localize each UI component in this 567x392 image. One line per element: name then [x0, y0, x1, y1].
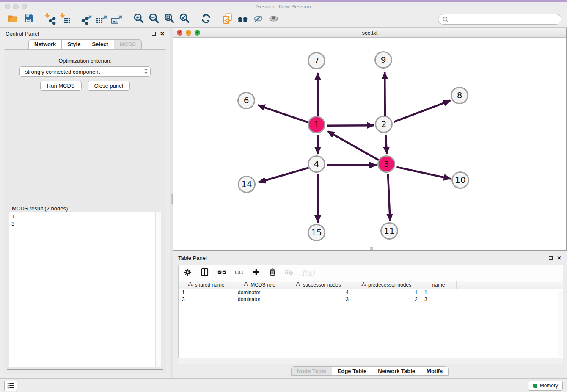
- graph-node-8[interactable]: 8: [451, 87, 468, 104]
- main-toolbar: [0, 11, 567, 28]
- close-panel-icon[interactable]: ✕: [160, 31, 165, 36]
- control-panel-title: Control Panel: [6, 30, 39, 37]
- zoom-out-icon: [149, 13, 160, 26]
- toolbar-divider: [76, 14, 76, 25]
- zoom-out-button[interactable]: [146, 13, 162, 26]
- divider-handle-icon[interactable]: [171, 194, 173, 204]
- export-table-button[interactable]: [94, 13, 110, 26]
- delete-table-button: [285, 269, 293, 277]
- tab-style[interactable]: Style: [61, 39, 86, 49]
- search-box[interactable]: [438, 14, 561, 25]
- edge-3-10[interactable]: [396, 167, 451, 179]
- deselect-all-button[interactable]: [235, 269, 244, 277]
- graph-node-1[interactable]: 1: [308, 116, 325, 133]
- hide-panel-button[interactable]: [250, 13, 266, 26]
- column-header-MCDS-role[interactable]: MCDS role: [234, 281, 285, 289]
- tab-network-table[interactable]: Network Table: [372, 366, 421, 376]
- edge-3-1[interactable]: [328, 131, 380, 160]
- clone-network-button[interactable]: [220, 13, 235, 26]
- task-history-button[interactable]: [4, 381, 17, 391]
- status-bar: Memory: [0, 378, 567, 392]
- save-session-button[interactable]: [21, 13, 36, 26]
- open-session-button[interactable]: [6, 13, 21, 26]
- show-panel-button[interactable]: [266, 13, 281, 26]
- shared-column-icon: [296, 282, 300, 288]
- panel-divider[interactable]: [170, 28, 173, 378]
- memory-button[interactable]: Memory: [528, 381, 563, 391]
- network-canvas[interactable]: 7968124314101511: [173, 38, 566, 250]
- graph-node-4[interactable]: 4: [308, 155, 325, 173]
- edge-1-2[interactable]: [327, 125, 374, 126]
- graph-node-14[interactable]: 14: [238, 176, 256, 193]
- home-button[interactable]: [235, 13, 250, 26]
- tab-node-table[interactable]: Node Table: [291, 366, 332, 376]
- shared-column-icon: [188, 282, 193, 288]
- edge-2-3[interactable]: [385, 135, 387, 154]
- toolbar-divider: [217, 14, 217, 25]
- dropdown-stepper-icon: [143, 67, 149, 76]
- zoom-selected-button[interactable]: [177, 13, 192, 26]
- delete-button[interactable]: [269, 268, 276, 278]
- session-title: Session: New Session: [0, 3, 567, 10]
- column-header-predecessor-nodes[interactable]: predecessor nodes: [352, 281, 421, 289]
- table-header-row: shared nameMCDS rolesuccessor nodesprede…: [179, 281, 563, 289]
- network-window-titlebar: ✕ − + scc.txt: [173, 28, 566, 38]
- close-table-panel-icon[interactable]: ✕: [557, 255, 561, 261]
- column-header-shared-name[interactable]: shared name: [179, 281, 234, 289]
- graph-node-10[interactable]: 10: [451, 171, 469, 189]
- tab-motifs[interactable]: Motifs: [421, 366, 449, 376]
- graph-node-6[interactable]: 6: [237, 92, 255, 109]
- float-table-panel-icon[interactable]: [549, 256, 553, 260]
- show-panel-icon: [268, 14, 279, 25]
- tab-select[interactable]: Select: [86, 39, 114, 49]
- search-input[interactable]: [451, 17, 557, 22]
- columns-icon: [201, 268, 209, 278]
- edge-3-11[interactable]: [388, 174, 390, 221]
- table-row[interactable]: 3dominator323: [179, 296, 563, 303]
- columns-button[interactable]: [201, 268, 209, 278]
- select-all-button[interactable]: [217, 269, 227, 277]
- edge-2-8[interactable]: [394, 100, 451, 122]
- mcds-result-list[interactable]: 13: [9, 212, 161, 367]
- tab-edge-table[interactable]: Edge Table: [332, 366, 372, 376]
- toolbar-divider: [128, 14, 128, 25]
- settings-button[interactable]: [184, 268, 192, 278]
- table-panel-title: Table Panel: [178, 255, 207, 261]
- graph-node-2[interactable]: 2: [375, 116, 393, 133]
- result-scrollbar[interactable]: [155, 212, 161, 367]
- graph-node-7[interactable]: 7: [308, 52, 325, 69]
- export-network-button[interactable]: [79, 13, 94, 26]
- float-panel-icon[interactable]: [152, 32, 156, 36]
- column-header-successor-nodes[interactable]: successor nodes: [285, 281, 352, 289]
- zoom-fit-button[interactable]: [162, 13, 177, 26]
- table-horizontal-scrollbar[interactable]: [178, 358, 563, 364]
- import-table-button[interactable]: [58, 13, 73, 26]
- control-panel-header: Control Panel ✕: [0, 28, 170, 39]
- graph-node-3[interactable]: 3: [377, 155, 395, 173]
- edge-2-9[interactable]: [385, 72, 385, 116]
- graph-node-9[interactable]: 9: [374, 51, 392, 69]
- run-mcds-button[interactable]: Run MCDS: [40, 81, 82, 91]
- delete-table-icon: [285, 269, 293, 277]
- column-header-name[interactable]: name: [421, 281, 457, 289]
- zoom-fit-icon: [164, 13, 175, 26]
- tab-network[interactable]: Network: [28, 39, 62, 49]
- zoom-in-button[interactable]: [131, 13, 146, 26]
- refresh-layout-button[interactable]: [198, 13, 214, 26]
- toolbar-divider: [39, 14, 39, 25]
- edge-1-6[interactable]: [258, 105, 309, 122]
- import-network-button[interactable]: [42, 13, 58, 26]
- graph-node-15[interactable]: 15: [308, 224, 325, 241]
- graph-node-11[interactable]: 11: [380, 222, 398, 240]
- select-all-icon: [217, 269, 227, 277]
- edge-4-14[interactable]: [259, 168, 309, 182]
- table-row[interactable]: 1dominator411: [179, 289, 563, 296]
- export-image-button[interactable]: [110, 13, 125, 26]
- close-panel-button[interactable]: Close panel: [88, 81, 130, 91]
- tab-mcds[interactable]: MCDS: [114, 39, 142, 49]
- export-network-icon: [81, 13, 93, 26]
- optimization-dropdown[interactable]: strongly connected component: [19, 66, 151, 77]
- table-vertical-scrollbar[interactable]: [558, 290, 563, 357]
- add-button[interactable]: [252, 268, 260, 278]
- resize-handle-icon[interactable]: [370, 247, 373, 250]
